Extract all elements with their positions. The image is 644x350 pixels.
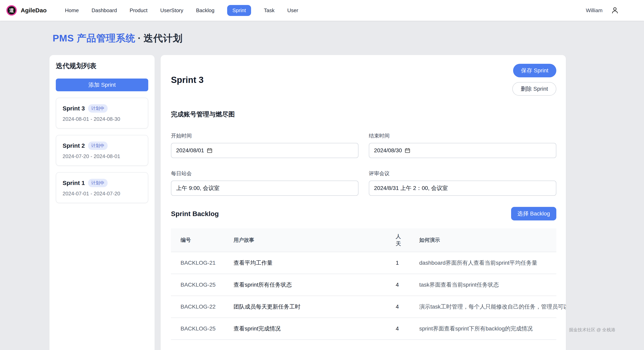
sprint-form: 开始时间 2024/08/01 结束时间 2024/08/30 — [171, 132, 556, 196]
username[interactable]: William — [586, 7, 602, 14]
sprint-detail-title: Sprint 3 — [171, 75, 204, 85]
save-sprint-button[interactable]: 保存 Sprint — [513, 64, 556, 77]
col-story: 用户故事 — [224, 228, 391, 252]
sprint-list-item-2[interactable]: Sprint 2 计划中 2024-07-20 - 2024-08-01 — [56, 135, 148, 166]
nav-item-product[interactable]: Product — [130, 7, 148, 14]
end-date-value: 2024/08/30 — [374, 147, 402, 154]
cell-id: BACKLOG-25 — [171, 274, 224, 296]
page-title: PMS 产品管理系统·迭代计划 — [52, 32, 644, 45]
end-time-field: 结束时间 2024/08/30 — [369, 132, 556, 158]
sprint-item-dates: 2024-07-01 - 2024-07-20 — [62, 190, 142, 197]
status-badge: 计划中 — [88, 179, 108, 187]
standup-label: 每日站会 — [171, 170, 358, 177]
nav-item-sprint[interactable]: Sprint — [227, 5, 251, 16]
cell-id: BACKLOG-21 — [171, 252, 224, 274]
cell-demo: 演示task工时管理，每个人只能修改自己的任务，管理员可以修改所有任务 — [413, 296, 556, 318]
start-time-label: 开始时间 — [171, 132, 358, 139]
table-row: BACKLOG-22 团队成员每天更新任务工时 4 演示task工时管理，每个人… — [171, 296, 556, 318]
main-nav: Home Dashboard Product UserStory Backlog… — [65, 5, 298, 16]
review-label: 评审会议 — [369, 170, 556, 177]
nav-item-task[interactable]: Task — [264, 7, 274, 14]
sprint-list-item-3[interactable]: Sprint 3 计划中 2024-08-01 - 2024-08-30 — [56, 98, 148, 128]
col-days: 人天 — [391, 228, 413, 252]
review-value: 2024/8/31 上午 2：00, 会议室 — [374, 184, 448, 192]
cell-demo: task界面查看当前sprint任务状态 — [413, 274, 556, 296]
table-header-row: 编号 用户故事 人天 如何演示 — [171, 228, 556, 252]
detail-actions: 保存 Sprint 删除 Sprint — [512, 64, 556, 96]
sprint-item-dates: 2024-08-01 - 2024-08-30 — [62, 116, 142, 122]
sprint-list-heading: 迭代规划列表 — [56, 62, 148, 70]
backlog-table: 编号 用户故事 人天 如何演示 BACKLOG-21 查看平均工作量 1 das… — [171, 228, 556, 340]
review-field: 评审会议 2024/8/31 上午 2：00, 会议室 — [369, 170, 556, 196]
table-row: BACKLOG-25 查看sprint完成情况 4 sprint界面查看spri… — [171, 318, 556, 340]
sprint-item-dates: 2024-07-20 - 2024-08-01 — [62, 153, 142, 160]
user-profile-icon[interactable] — [611, 7, 618, 14]
sprint-list-panel: 迭代规划列表 添加 Sprint Sprint 3 计划中 2024-08-01… — [50, 55, 154, 350]
page-title-separator: · — [138, 33, 141, 44]
table-row: BACKLOG-25 查看sprint所有任务状态 4 task界面查看当前sp… — [171, 274, 556, 296]
start-date-input[interactable]: 2024/08/01 — [171, 143, 358, 158]
cell-story: 查看sprint所有任务状态 — [224, 274, 391, 296]
top-nav: 道 AgileDao Home Dashboard Product UserSt… — [0, 0, 644, 21]
watermark: 掘金技术社区 @ 全栈港 — [569, 327, 615, 333]
cell-story: 查看平均工作量 — [224, 252, 391, 274]
cell-story: 团队成员每天更新任务工时 — [224, 296, 391, 318]
select-backlog-button[interactable]: 选择 Backlog — [511, 207, 556, 220]
status-badge: 计划中 — [88, 142, 108, 150]
sprint-detail-panel: Sprint 3 保存 Sprint 删除 Sprint 完成账号管理与燃尽图 … — [160, 55, 566, 350]
content-area: 迭代规划列表 添加 Sprint Sprint 3 计划中 2024-08-01… — [50, 55, 566, 350]
nav-item-user[interactable]: User — [287, 7, 298, 14]
sprint-item-name: Sprint 2 — [62, 142, 85, 149]
cell-days: 4 — [391, 274, 413, 296]
col-id: 编号 — [171, 228, 224, 252]
brand-name: AgileDao — [21, 7, 47, 14]
start-date-value: 2024/08/01 — [176, 147, 204, 154]
page-title-system: PMS 产品管理系统 — [52, 33, 135, 44]
calendar-icon[interactable] — [405, 148, 410, 153]
sprint-goal: 完成账号管理与燃尽图 — [171, 110, 556, 119]
review-input[interactable]: 2024/8/31 上午 2：00, 会议室 — [369, 180, 556, 196]
cell-story: 查看sprint完成情况 — [224, 318, 391, 340]
standup-input[interactable]: 上午 9:00, 会议室 — [171, 180, 358, 196]
start-time-field: 开始时间 2024/08/01 — [171, 132, 358, 158]
detail-header: Sprint 3 保存 Sprint 删除 Sprint — [171, 64, 556, 96]
standup-field: 每日站会 上午 9:00, 会议室 — [171, 170, 358, 196]
add-sprint-button[interactable]: 添加 Sprint — [56, 78, 148, 91]
delete-sprint-button[interactable]: 删除 Sprint — [512, 82, 556, 96]
backlog-heading: Sprint Backlog — [171, 210, 219, 218]
col-demo: 如何演示 — [413, 228, 556, 252]
cell-id: BACKLOG-22 — [171, 296, 224, 318]
end-time-label: 结束时间 — [369, 132, 556, 139]
sprint-list-item-1[interactable]: Sprint 1 计划中 2024-07-01 - 2024-07-20 — [56, 172, 148, 203]
nav-item-dashboard[interactable]: Dashboard — [92, 7, 117, 14]
sprint-item-name: Sprint 3 — [62, 105, 85, 112]
brand-logo-icon[interactable]: 道 — [6, 5, 17, 16]
cell-days: 1 — [391, 252, 413, 274]
cell-demo: dashboard界面所有人查看当前sprint平均任务量 — [413, 252, 556, 274]
nav-item-home[interactable]: Home — [65, 7, 79, 14]
standup-value: 上午 9:00, 会议室 — [176, 184, 220, 192]
cell-days: 4 — [391, 318, 413, 340]
nav-right: William — [586, 7, 618, 14]
status-badge: 计划中 — [88, 104, 108, 112]
calendar-icon[interactable] — [207, 148, 212, 153]
cell-demo: sprint界面查看sprint下所有backlog的完成情况 — [413, 318, 556, 340]
backlog-header: Sprint Backlog 选择 Backlog — [171, 207, 556, 220]
nav-item-backlog[interactable]: Backlog — [196, 7, 214, 14]
sprint-item-name: Sprint 1 — [62, 180, 85, 186]
nav-item-userstory[interactable]: UserStory — [160, 7, 183, 14]
cell-days: 4 — [391, 296, 413, 318]
end-date-input[interactable]: 2024/08/30 — [369, 143, 556, 158]
cell-id: BACKLOG-25 — [171, 318, 224, 340]
page-title-section: 迭代计划 — [144, 33, 182, 44]
table-row: BACKLOG-21 查看平均工作量 1 dashboard界面所有人查看当前s… — [171, 252, 556, 274]
